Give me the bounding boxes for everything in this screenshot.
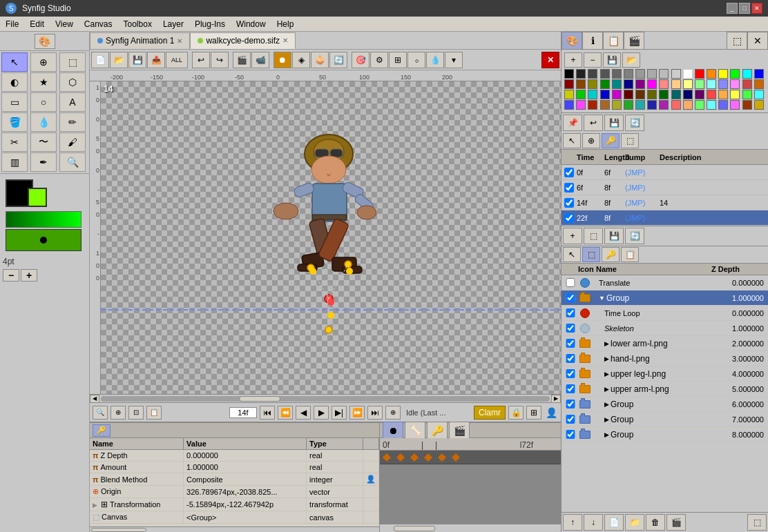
layer-check-group[interactable] [563, 293, 578, 302]
tb-save-all[interactable]: ALL [166, 52, 188, 68]
canvas-control-point-3[interactable] [346, 268, 353, 275]
tb-open[interactable]: 📂 [110, 52, 128, 68]
layers-bottom-float[interactable]: ⬚ [747, 514, 767, 531]
layer-translate[interactable]: Translate 0.000000 [561, 275, 768, 290]
timeline-scroll-thumb[interactable] [394, 526, 435, 531]
wpt-toolbar-btn1[interactable]: 📌 [563, 115, 582, 131]
scroll-right-btn[interactable]: ▶ [551, 395, 561, 403]
swatch-lp1[interactable] [730, 79, 740, 89]
cb-zoom-in[interactable]: ⊕ [111, 406, 126, 420]
cb-properties[interactable]: 📋 [146, 406, 162, 420]
menu-help[interactable]: Help [271, 17, 300, 31]
layer-check-group7[interactable] [563, 415, 578, 424]
palette-add[interactable]: + [564, 52, 582, 68]
tool-polygon[interactable]: ⬡ [59, 72, 86, 92]
minus-btn[interactable]: − [3, 269, 19, 282]
swatch-z4[interactable] [600, 100, 610, 110]
layers-bottom-render[interactable]: 🎬 [666, 514, 686, 531]
tb-target[interactable]: 🎯 [352, 52, 369, 68]
wpt-icon-4[interactable]: ⬚ [621, 133, 639, 148]
wpt-check-0[interactable] [564, 168, 574, 177]
cb-fit[interactable]: ⊡ [128, 406, 144, 420]
menu-plugins[interactable]: Plug-Ins [189, 17, 231, 31]
swatch-d4[interactable] [612, 69, 622, 79]
layers-bottom-down[interactable]: ↓ [584, 514, 603, 531]
swatch-za[interactable] [671, 100, 681, 110]
tl-icon-animate[interactable]: ⏺ [383, 422, 403, 440]
minimize-btn[interactable]: _ [727, 3, 738, 14]
tool-draw[interactable]: ✒ [30, 152, 57, 172]
swatch-o2[interactable] [576, 79, 586, 89]
keyframe-2[interactable] [410, 453, 419, 462]
swatch-d7[interactable] [647, 69, 657, 79]
swatch-zd[interactable] [707, 100, 716, 110]
tb-close-red[interactable]: ✕ [541, 52, 559, 68]
swatch-d8[interactable] [659, 69, 669, 79]
tb-redo[interactable]: ↪ [211, 52, 229, 68]
params-tab[interactable]: 🔑 [93, 424, 111, 437]
swatch-ly1[interactable] [683, 79, 693, 89]
layer-check-lower-arm[interactable] [563, 339, 578, 348]
right-panel-float[interactable]: ⬚ [727, 32, 747, 50]
swatch-g1[interactable] [730, 69, 740, 79]
layer-group-6[interactable]: ▶ Group 6.000000 [561, 397, 768, 412]
tool-pen[interactable]: ✏ [59, 112, 86, 132]
layer-group-8[interactable]: ▶ Group 8.000000 [561, 427, 768, 442]
wpt-bottom-btn2[interactable]: ⬚ [584, 228, 603, 244]
layer-skeleton[interactable]: Skeleton 1.000000 [561, 321, 768, 336]
palette-load[interactable]: 📂 [622, 52, 640, 68]
wpt-icon-2[interactable]: ⊕ [582, 133, 600, 148]
transport-next-key[interactable]: ⏩ [349, 406, 365, 420]
swatch-br1[interactable] [742, 79, 752, 89]
keyframe-0[interactable] [383, 453, 391, 462]
param-zdepth-val[interactable]: 0.000000 [184, 450, 307, 462]
swatch-p1[interactable] [635, 79, 645, 89]
swatch-dp1[interactable] [695, 90, 704, 99]
layer-check-upper-leg[interactable] [563, 369, 578, 378]
safe-area-btn[interactable]: ⊞ [526, 406, 541, 420]
tool-curve[interactable]: 〜 [30, 132, 57, 152]
waypoint-row-3[interactable]: 22f 8f (JMP) [561, 210, 768, 226]
layer-check-group8[interactable] [563, 430, 578, 439]
canvas-viewport[interactable]: 14 [101, 81, 561, 394]
tool-smooth[interactable]: ◐ [1, 72, 28, 92]
layers-tab-icon-2[interactable]: ⬚ [582, 247, 600, 262]
swatch-tr1[interactable] [707, 90, 716, 99]
tl-icon-bones[interactable]: 🦴 [405, 422, 425, 440]
tb-waypoint[interactable]: ◈ [292, 52, 310, 68]
swatch-y1[interactable] [718, 69, 728, 79]
canvas-scrollbar-h[interactable]: ◀ ▶ [90, 394, 561, 402]
tb-animate[interactable]: ⏺ [273, 52, 291, 68]
swatch-lr1[interactable] [659, 79, 669, 89]
gradient-bar[interactable] [6, 211, 81, 228]
swatch-bp1[interactable] [612, 90, 622, 99]
waypoint-row-1[interactable]: 6f 8f (JMP) [561, 180, 768, 195]
keyframe-3[interactable] [424, 453, 432, 462]
transport-prev-key[interactable]: ⏪ [278, 406, 293, 420]
swatch-db1[interactable] [683, 90, 693, 99]
palette-save[interactable]: 💾 [603, 52, 621, 68]
menu-canvas[interactable]: Canvas [79, 17, 118, 31]
tool-zoom[interactable]: 🔍 [59, 152, 86, 172]
swatch-d1[interactable] [576, 69, 586, 79]
swatch-dr1[interactable] [624, 90, 633, 99]
wpt-toolbar-btn3[interactable]: 💾 [604, 115, 624, 131]
tab-walkcycle[interactable]: walkcycle-demo.sifz ✕ [190, 32, 296, 49]
layer-group-7[interactable]: ▶ Group 7.000000 [561, 412, 768, 427]
param-transform-val[interactable]: -5.15894px,-122.467942p [184, 498, 307, 511]
menu-toolbox[interactable]: Toolbox [118, 17, 157, 31]
menu-view[interactable]: View [50, 17, 79, 31]
timeline-track-area[interactable] [380, 451, 561, 524]
onion-skin-btn[interactable]: ⊕ [385, 406, 401, 420]
param-amount-val[interactable]: 1.000000 [184, 462, 307, 473]
tool-cut[interactable]: ✂ [1, 132, 28, 152]
wpt-icon-3[interactable]: 🔑 [602, 133, 620, 148]
keyframe-4[interactable] [438, 453, 446, 462]
timeline-scrollbar[interactable] [380, 524, 561, 532]
canvas-control-point-2[interactable] [309, 268, 316, 275]
tool-rect[interactable]: ▭ [1, 92, 28, 112]
swatch-r1[interactable] [695, 69, 704, 79]
swatch-tc1[interactable] [754, 90, 764, 99]
param-origin-val[interactable]: 326.789674px,-2038.825... [184, 486, 307, 498]
swatch-z9[interactable] [659, 100, 669, 110]
